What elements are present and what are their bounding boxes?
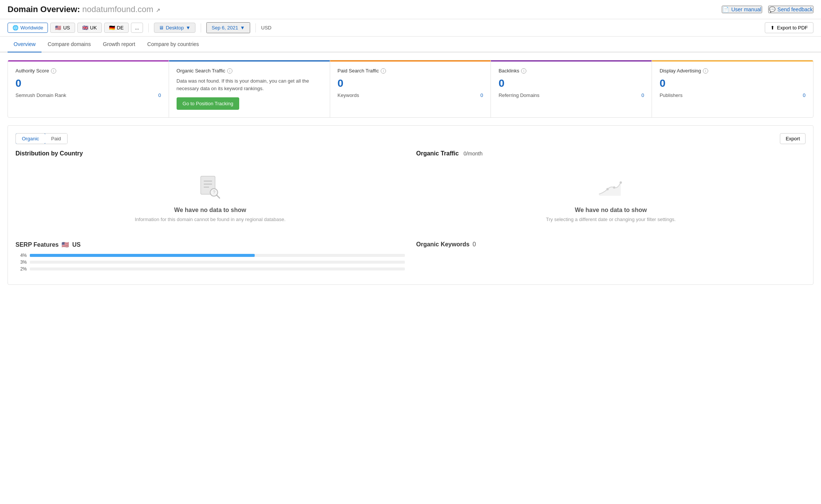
display-sub-value: 0 xyxy=(803,92,806,98)
organic-keywords-title-text: Organic Keywords xyxy=(416,241,469,248)
de-label: DE xyxy=(117,25,124,31)
tab-compare-countries[interactable]: Compare by countries xyxy=(141,37,205,52)
tab-growth-report[interactable]: Growth report xyxy=(97,37,141,52)
organic-info-icon[interactable]: i xyxy=(227,68,232,74)
organic-traffic-no-data-desc: Try selecting a different date or changi… xyxy=(546,217,676,222)
backlinks-sub: Referring Domains 0 xyxy=(498,92,644,98)
organic-traffic-no-data: We have no data to show Try selecting a … xyxy=(416,163,806,234)
paid-title-text: Paid Search Traffic xyxy=(338,68,379,74)
currency-label: USD xyxy=(261,25,271,31)
date-selector-button[interactable]: Sep 6, 2021 ▼ xyxy=(206,22,250,33)
tab-compare-domains[interactable]: Compare domains xyxy=(42,37,97,52)
organic-keywords-count: 0 xyxy=(472,241,476,248)
paid-value: 0 xyxy=(338,77,483,89)
export-pdf-button[interactable]: ⬆ Export to PDF xyxy=(765,22,813,33)
organic-keywords-title: Organic Keywords 0 xyxy=(416,241,806,248)
no-data-document-icon: ? xyxy=(197,174,223,201)
device-selector-button[interactable]: 🖥 Desktop ▼ xyxy=(154,23,195,33)
backlinks-title-text: Backlinks xyxy=(498,68,519,74)
organic-traffic-value: 0/month xyxy=(463,151,483,157)
region-worldwide-button[interactable]: 🌐 Worldwide xyxy=(8,23,48,33)
toolbar-left: 🌐 Worldwide 🇺🇸 US 🇬🇧 UK 🇩🇪 DE ... 🖥 Desk… xyxy=(8,22,272,33)
metric-authority: Authority Score i 0 Semrush Domain Rank … xyxy=(8,60,169,117)
section-header: Organic Paid Export xyxy=(15,133,806,144)
authority-sub-label: Semrush Domain Rank xyxy=(15,92,66,98)
display-title: Display Advertising i xyxy=(660,68,806,74)
bar-row-3pct: 3% xyxy=(15,260,405,265)
backlinks-info-icon[interactable]: i xyxy=(521,68,526,74)
bar-label-2pct: 2% xyxy=(15,266,27,272)
serp-country-label: US xyxy=(72,241,80,248)
top-bar: Domain Overview: nodatumfound.com ↗ 📄 Us… xyxy=(0,0,821,19)
section-export-button[interactable]: Export xyxy=(780,133,806,144)
export-icon: ⬆ xyxy=(770,25,775,31)
svg-line-6 xyxy=(217,195,220,198)
paid-sub-label: Keywords xyxy=(338,92,359,98)
two-col-layout: Distribution by Country ? We have no dat… xyxy=(15,150,806,277)
distribution-title: Distribution by Country xyxy=(15,150,405,157)
region-de-button[interactable]: 🇩🇪 DE xyxy=(104,23,129,33)
header-left: Domain Overview: nodatumfound.com ↗ xyxy=(8,5,160,14)
authority-info-icon[interactable]: i xyxy=(51,68,56,74)
send-feedback-button[interactable]: 💬 Send feedback xyxy=(768,6,813,13)
authority-title: Authority Score i xyxy=(15,68,161,74)
backlinks-sub-value: 0 xyxy=(641,92,644,98)
paid-title: Paid Search Traffic i xyxy=(338,68,483,74)
distribution-no-data-title: We have no data to show xyxy=(174,207,246,214)
metric-backlinks: Backlinks i 0 Referring Domains 0 xyxy=(491,60,652,117)
domain-name: nodatumfound.com xyxy=(82,5,153,14)
globe-icon: 🌐 xyxy=(12,25,18,31)
header-right: 📄 User manual 💬 Send feedback xyxy=(722,6,813,13)
chat-icon: 💬 xyxy=(769,6,775,12)
position-tracking-button[interactable]: Go to Position Tracking xyxy=(177,97,239,110)
authority-title-text: Authority Score xyxy=(15,68,49,74)
backlinks-sub-label: Referring Domains xyxy=(498,92,539,98)
uk-label: UK xyxy=(90,25,97,31)
backlinks-value: 0 xyxy=(498,77,644,89)
authority-value: 0 xyxy=(15,77,161,89)
svg-point-7 xyxy=(606,188,609,190)
bar-track-2pct xyxy=(30,267,405,270)
region-us-button[interactable]: 🇺🇸 US xyxy=(50,23,75,33)
organic-title: Organic Search Traffic i xyxy=(177,68,322,74)
distribution-section: Distribution by Country ? We have no dat… xyxy=(15,150,405,277)
svg-point-9 xyxy=(620,181,622,184)
chevron-down-icon2: ▼ xyxy=(240,25,245,31)
de-flag-icon: 🇩🇪 xyxy=(109,25,115,31)
paid-info-icon[interactable]: i xyxy=(381,68,386,74)
display-title-text: Display Advertising xyxy=(660,68,701,74)
external-link-icon[interactable]: ↗ xyxy=(156,7,160,13)
paid-sub: Keywords 0 xyxy=(338,92,483,98)
device-label: Desktop xyxy=(166,25,184,31)
svg-point-8 xyxy=(613,186,615,189)
tab-paid[interactable]: Paid xyxy=(45,134,67,144)
metric-display: Display Advertising i 0 Publishers 0 xyxy=(652,60,813,117)
organic-title-text: Organic Search Traffic xyxy=(177,68,225,74)
region-uk-button[interactable]: 🇬🇧 UK xyxy=(77,23,102,33)
tab-organic[interactable]: Organic xyxy=(15,133,46,144)
nav-tabs: Overview Compare domains Growth report C… xyxy=(0,37,821,52)
display-sub-label: Publishers xyxy=(660,92,683,98)
serp-country-flag: 🇺🇸 xyxy=(61,241,69,248)
export-label: Export to PDF xyxy=(777,25,808,31)
user-manual-button[interactable]: 📄 User manual xyxy=(722,6,762,13)
svg-text:?: ? xyxy=(213,190,215,195)
bar-track-4pct xyxy=(30,254,405,257)
date-label: Sep 6, 2021 xyxy=(212,25,238,31)
metric-paid: Paid Search Traffic i 0 Keywords 0 xyxy=(330,60,491,117)
tab-overview[interactable]: Overview xyxy=(8,37,42,52)
bar-label-4pct: 4% xyxy=(15,253,27,258)
organic-traffic-section: Organic Traffic 0/month We have no data … xyxy=(416,150,806,277)
organic-keywords-section: Organic Keywords 0 xyxy=(416,241,806,248)
uk-flag-icon: 🇬🇧 xyxy=(82,25,88,31)
organic-traffic-title: Organic Traffic 0/month xyxy=(416,150,806,157)
serp-section: SERP Features 🇺🇸 US 4% 3% xyxy=(15,241,405,277)
serp-bar-chart: 4% 3% 2% xyxy=(15,253,405,277)
serp-title: SERP Features 🇺🇸 US xyxy=(15,241,405,248)
organic-traffic-no-data-title: We have no data to show xyxy=(575,207,647,214)
display-info-icon[interactable]: i xyxy=(703,68,708,74)
bar-label-3pct: 3% xyxy=(15,260,27,265)
us-label: US xyxy=(63,25,70,31)
more-regions-button[interactable]: ... xyxy=(131,23,143,33)
organic-no-data-message: Data was not found. If this is your doma… xyxy=(177,77,322,92)
